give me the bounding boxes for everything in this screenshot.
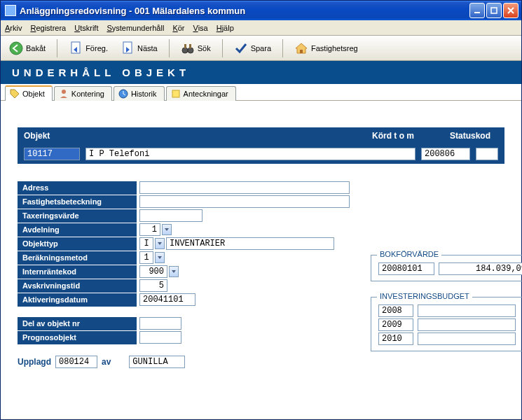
statuskod-field[interactable] — [476, 148, 498, 160]
berakning-label: Beräkningsmetod — [18, 251, 137, 265]
avdelning-label: Avdelning — [18, 223, 137, 237]
clock-icon — [118, 89, 128, 99]
objekt-id-field[interactable] — [24, 148, 80, 160]
tab-kontering[interactable]: Kontering — [54, 86, 112, 101]
berakning-dropdown[interactable] — [155, 252, 165, 263]
objekt-header-bar: Objekt Körd t o m Statuskod — [18, 127, 504, 144]
save-button[interactable]: Spara — [230, 40, 275, 57]
property-register-button[interactable]: Fastighetsreg — [290, 40, 362, 57]
tab-anteckningar[interactable]: Anteckningar — [166, 86, 236, 101]
prognos-field[interactable] — [139, 331, 181, 344]
tab-historik[interactable]: Historik — [114, 86, 165, 101]
svg-rect-0 — [474, 12, 480, 13]
document-next-icon — [121, 41, 135, 55]
fastighet-field[interactable] — [139, 195, 350, 208]
svg-point-6 — [188, 48, 193, 53]
house-icon — [294, 41, 308, 55]
fastighet-label: Fastighetsbeteckning — [18, 195, 137, 209]
menu-hjalp[interactable]: Hjälp — [217, 24, 234, 32]
svg-point-10 — [62, 90, 66, 94]
budget-legend: INVESTERINGSBUDGET — [377, 292, 472, 300]
taxering-field[interactable] — [139, 209, 202, 222]
internrante-label: Internräntekod — [18, 265, 137, 279]
bokforvarde-amount-field[interactable] — [439, 262, 522, 275]
created-by-row: Upplagd av — [18, 356, 350, 368]
back-arrow-icon — [9, 41, 23, 55]
upplagd-label: Upplagd — [18, 357, 51, 367]
minimize-button[interactable] — [469, 3, 485, 18]
objekttyp-name-field[interactable] — [166, 237, 334, 250]
svg-point-5 — [182, 48, 188, 53]
budget-year-1[interactable] — [378, 318, 413, 331]
delav-label: Del av objekt nr — [18, 317, 137, 330]
prognos-label: Prognosobjekt — [18, 331, 137, 344]
avskrivningstid-label: Avskrivningstid — [18, 279, 137, 293]
titlebar: Anläggningsredovisning - 001 Mälardalens… — [1, 1, 521, 20]
berakning-field[interactable] — [139, 251, 153, 264]
header-kord-label: Körd t o m — [372, 131, 442, 141]
checkmark-icon — [234, 41, 248, 55]
menu-visa[interactable]: Visa — [193, 24, 208, 32]
svg-rect-12 — [172, 90, 179, 97]
adress-field[interactable] — [139, 181, 350, 194]
svg-rect-9 — [300, 50, 303, 53]
delav-field[interactable] — [139, 317, 181, 330]
menu-systemunderhall[interactable]: Systemunderhåll — [107, 24, 164, 32]
avskrivningstid-field[interactable] — [139, 279, 167, 292]
avdelning-field[interactable] — [139, 223, 160, 236]
menu-registrera[interactable]: Registrera — [30, 24, 66, 32]
budget-value-0[interactable] — [418, 304, 516, 317]
close-button[interactable] — [503, 3, 518, 18]
maximize-button[interactable] — [486, 3, 502, 18]
av-field[interactable] — [129, 356, 185, 368]
objekt-value-row — [18, 144, 504, 164]
search-button[interactable]: Sök — [177, 40, 215, 57]
upplagd-field[interactable] — [55, 356, 97, 368]
menu-arkiv[interactable]: Arkiv — [5, 24, 22, 32]
svg-rect-4 — [123, 42, 132, 53]
menu-utskrift[interactable]: Utskrift — [74, 24, 98, 32]
budget-value-2[interactable] — [418, 332, 516, 345]
document-prev-icon — [69, 41, 83, 55]
toolbar: Bakåt Föreg. Nästa Sök Spara — [1, 36, 521, 61]
prev-button[interactable]: Föreg. — [64, 40, 112, 57]
tab-strip: Objekt Kontering Historik Anteckningar — [1, 84, 521, 101]
internrante-dropdown[interactable] — [169, 266, 179, 277]
svg-point-2 — [10, 42, 22, 55]
back-button[interactable]: Bakåt — [5, 40, 50, 57]
tab-objekt[interactable]: Objekt — [5, 85, 53, 101]
next-button[interactable]: Nästa — [116, 40, 162, 57]
menu-kor[interactable]: Kör — [172, 24, 184, 32]
taxering-label: Taxeringsvärde — [18, 209, 137, 223]
budget-year-2[interactable] — [378, 332, 413, 345]
bokforvarde-group: BOKFÖRVÄRDE — [371, 255, 522, 281]
avdelning-dropdown[interactable] — [162, 224, 172, 235]
content-pane: Objekt Körd t o m Statuskod Adress — [1, 101, 521, 419]
kord-field[interactable] — [421, 148, 470, 160]
menubar: Arkiv Registrera Utskrift Systemunderhål… — [1, 20, 521, 36]
budget-value-1[interactable] — [418, 318, 516, 331]
svg-rect-8 — [189, 44, 191, 48]
binoculars-icon — [181, 41, 195, 55]
objekt-name-field[interactable] — [85, 148, 415, 160]
budget-year-0[interactable] — [378, 304, 413, 317]
aktivering-field[interactable] — [139, 293, 195, 306]
svg-rect-1 — [491, 8, 497, 13]
note-icon — [171, 89, 181, 99]
tag-icon — [10, 89, 20, 99]
av-label: av — [102, 357, 111, 367]
objekttyp-dropdown[interactable] — [155, 238, 165, 249]
svg-rect-3 — [71, 42, 80, 53]
aktivering-label: Aktiveringsdatum — [18, 293, 137, 307]
adress-label: Adress — [18, 181, 137, 195]
bokforvarde-date-field[interactable] — [378, 262, 434, 275]
budget-group: INVESTERINGSBUDGET — [371, 297, 522, 351]
person-icon — [59, 89, 69, 99]
objekttyp-code-field[interactable] — [139, 237, 153, 250]
page-heading: UNDERHÅLL OBJEKT — [1, 61, 521, 84]
bokforvarde-legend: BOKFÖRVÄRDE — [377, 250, 441, 258]
svg-rect-7 — [184, 44, 186, 48]
internrante-field[interactable] — [139, 265, 167, 278]
app-window: Anläggningsredovisning - 001 Mälardalens… — [0, 0, 522, 420]
objekttyp-label: Objekttyp — [18, 237, 137, 251]
